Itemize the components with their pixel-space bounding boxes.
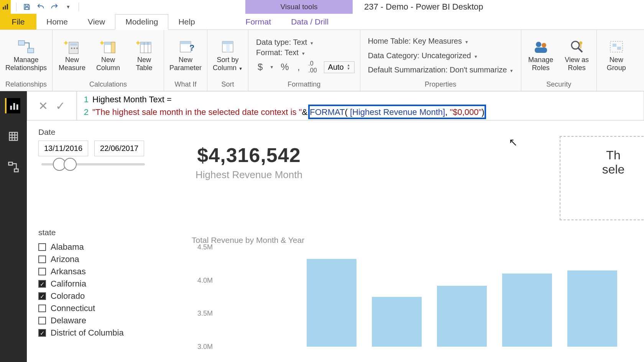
cancel-formula-button[interactable]: ✕ [38, 99, 48, 113]
percent-format-button[interactable]: % [279, 62, 290, 72]
svg-point-23 [536, 42, 541, 47]
date-slicer[interactable]: Date 13/11/2016 22/06/2017 [38, 128, 632, 165]
state-slicer-item[interactable]: California [38, 278, 153, 290]
new-parameter-button[interactable]: ? New Parameter [169, 39, 202, 72]
new-table-button[interactable]: New Table [130, 39, 158, 72]
date-slicer-title: Date [38, 128, 632, 137]
date-slider-thumb-end[interactable] [64, 158, 77, 171]
svg-rect-41 [9, 162, 13, 165]
tab-format[interactable]: Format [236, 14, 281, 29]
data-view-button[interactable] [6, 129, 21, 144]
tab-help[interactable]: Help [168, 14, 205, 29]
svg-rect-6 [70, 43, 77, 46]
home-table-dropdown[interactable]: Home Table: Key Measures [368, 36, 516, 46]
data-category-dropdown[interactable]: Data Category: Uncategorized [368, 51, 516, 61]
chart-bar[interactable] [502, 274, 552, 347]
chart-bar[interactable] [437, 286, 487, 347]
chart-ytick: 3.5M [192, 310, 213, 318]
tab-modeling[interactable]: Modeling [115, 14, 168, 30]
date-from-input[interactable]: 13/11/2016 [38, 141, 88, 156]
undo-icon[interactable] [36, 2, 46, 12]
state-slicer-item-label: Connecticut [51, 303, 95, 313]
group-calculations: New Measure New Column New Table Calcula… [53, 30, 164, 91]
decimal-places-input[interactable]: Auto▲▼ [324, 61, 355, 73]
redo-icon[interactable] [49, 2, 59, 12]
new-column-button[interactable]: New Column [94, 39, 122, 72]
save-icon[interactable] [22, 2, 32, 12]
formula-paren-close: ) [481, 107, 484, 117]
formula-concat-op: & [302, 107, 307, 117]
state-slicer-item[interactable]: District of Columbia [38, 327, 153, 339]
svg-rect-32 [617, 47, 621, 50]
state-slicer-item[interactable]: Connecticut [38, 302, 153, 314]
title-bar: ▼ Visual tools 237 - Demo - Power BI Des… [0, 0, 644, 14]
checkbox-icon[interactable] [38, 256, 46, 263]
tab-file[interactable]: File [0, 14, 36, 29]
new-group-button[interactable]: New Group [602, 39, 631, 72]
group-label-groups [615, 79, 617, 90]
chart-bar[interactable] [567, 270, 617, 347]
card-label: Highest Revenue Month [196, 169, 302, 181]
magnifier-key-icon [568, 39, 585, 54]
new-group-label: New Group [607, 56, 626, 72]
state-slicer-item-label: Arizona [51, 254, 79, 264]
report-canvas[interactable]: Date 13/11/2016 22/06/2017 $4,316,542 Hi… [27, 121, 644, 362]
date-slider-track[interactable] [41, 163, 145, 165]
tab-view[interactable]: View [78, 14, 115, 29]
report-view-button[interactable] [5, 98, 20, 113]
bar-chart-visual[interactable]: Total Revenue by Month & Year 4.5M4.0M3.… [192, 236, 644, 362]
qat-dropdown-icon[interactable]: ▼ [63, 2, 73, 12]
model-view-button[interactable] [6, 159, 21, 175]
thousands-format-button[interactable]: , [296, 62, 302, 72]
svg-rect-3 [18, 41, 25, 45]
chart-ytick: 4.5M [192, 243, 213, 251]
state-slicer-item[interactable]: Arkansas [38, 265, 153, 278]
checkbox-icon[interactable] [38, 268, 46, 275]
state-slicer-item[interactable]: Arizona [38, 253, 153, 265]
state-slicer-item[interactable]: Colorado [38, 290, 153, 302]
checkbox-icon[interactable] [38, 292, 46, 300]
manage-roles-button[interactable]: Manage Roles [527, 39, 555, 72]
chart-ytick: 3.0M [192, 343, 213, 351]
group-sort: Sort by Column ▼ Sort [207, 30, 248, 91]
date-to-input[interactable]: 22/06/2017 [94, 141, 144, 156]
format-dropdown[interactable]: Format: Text [256, 48, 355, 58]
group-label-security: Security [546, 79, 571, 90]
checkbox-icon[interactable] [38, 317, 46, 324]
state-slicer-item[interactable]: Alabama [38, 241, 153, 253]
svg-rect-12 [111, 42, 115, 53]
currency-format-button[interactable]: $ [256, 62, 264, 72]
group-relationships: Manage Relationships Relationships [0, 30, 53, 91]
new-measure-label: New Measure [59, 56, 85, 72]
text-visual-selected[interactable]: Th sele [560, 136, 644, 220]
state-slicer[interactable]: state AlabamaArizonaArkansasCaliforniaCo… [38, 228, 153, 339]
view-as-roles-button[interactable]: View as Roles [563, 39, 591, 72]
ribbon-tabs: File Home View Modeling Help Format Data… [0, 14, 644, 30]
commit-formula-button[interactable]: ✓ [56, 99, 65, 113]
cursor-icon: ↖ [509, 136, 518, 149]
svg-rect-42 [15, 169, 18, 172]
new-measure-button[interactable]: New Measure [58, 39, 86, 72]
chart-bar[interactable] [372, 297, 422, 347]
default-summarization-dropdown[interactable]: Default Summarization: Don't summarize [368, 65, 516, 75]
card-visual[interactable]: $4,316,542 Highest Revenue Month [196, 144, 302, 181]
chart-title: Total Revenue by Month & Year [192, 236, 644, 245]
checkbox-icon[interactable] [38, 280, 46, 288]
checkbox-icon[interactable] [38, 243, 46, 251]
state-slicer-item[interactable]: Delaware [38, 314, 153, 327]
data-type-dropdown[interactable]: Data type: Text [256, 37, 355, 48]
checkbox-icon[interactable] [38, 329, 46, 337]
tab-data-drill[interactable]: Data / Drill [281, 14, 338, 29]
svg-point-7 [71, 48, 72, 49]
chart-bar[interactable] [307, 259, 356, 347]
sort-by-column-label: Sort by Column ▼ [213, 56, 243, 72]
svg-rect-1 [5, 5, 6, 10]
manage-relationships-button[interactable]: Manage Relationships [5, 39, 47, 72]
sort-by-column-button[interactable]: Sort by Column ▼ [213, 39, 243, 72]
text-visual-content: Th sele [602, 148, 625, 176]
decimals-icon[interactable]: .0.00 [307, 60, 318, 74]
state-slicer-item-label: Arkansas [51, 267, 86, 277]
checkbox-icon[interactable] [38, 305, 46, 312]
tab-home[interactable]: Home [36, 14, 78, 29]
formula-editor[interactable]: 1Highest Month Text = 2"The highest sale… [77, 91, 644, 120]
